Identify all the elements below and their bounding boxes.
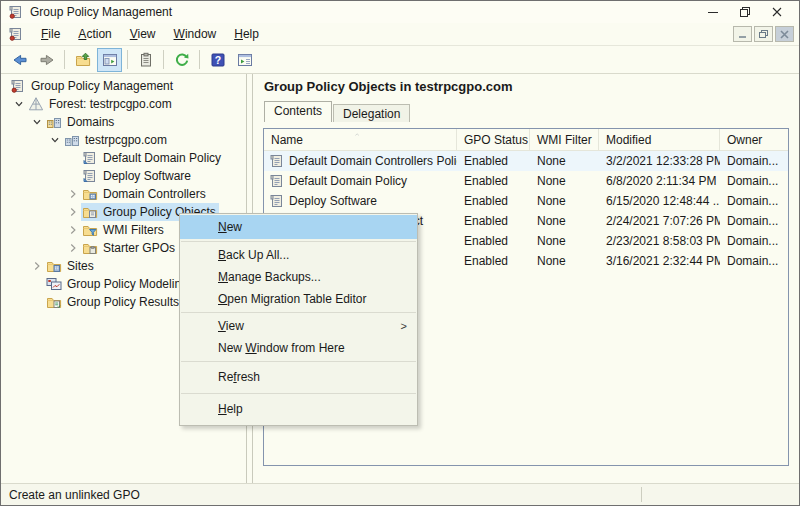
menu-separator xyxy=(181,361,416,362)
tree-item-label: Group Policy Results xyxy=(67,295,179,309)
mdi-minimize-button[interactable] xyxy=(733,26,752,42)
domain-icon xyxy=(64,132,80,148)
cell-owner: Domain... xyxy=(720,231,788,251)
svg-text:?: ? xyxy=(214,54,220,66)
mdi-close-button[interactable] xyxy=(775,26,794,42)
context-menu-item-refresh[interactable]: Refresh xyxy=(180,364,417,391)
mdi-restore-button[interactable] xyxy=(754,26,773,42)
chevron-down-icon[interactable] xyxy=(29,115,45,129)
context-menu-item-help[interactable]: Help xyxy=(180,396,417,423)
tree-item-label: Default Domain Policy xyxy=(103,151,221,165)
menu-view[interactable]: View xyxy=(121,24,165,44)
title-bar[interactable]: Group Policy Management xyxy=(1,1,799,23)
cell-modified: 3/2/2021 12:33:28 PM xyxy=(599,151,720,171)
tree-item-deploy-software[interactable]: Deploy Software xyxy=(1,167,246,185)
status-bar: Create an unlinked GPO xyxy=(1,483,799,505)
menu-window[interactable]: Window xyxy=(165,24,226,44)
tree-item-default-domain-policy[interactable]: Default Domain Policy xyxy=(1,149,246,167)
export-list-icon xyxy=(75,52,91,68)
context-menu-item-open-migration-table-editor[interactable]: Open Migration Table Editor xyxy=(180,288,417,310)
gpo-icon xyxy=(269,173,285,189)
folder-starter-icon xyxy=(82,240,98,256)
menu-help[interactable]: Help xyxy=(225,24,268,44)
chevron-down-icon[interactable] xyxy=(47,133,63,147)
new-window-icon xyxy=(237,52,253,68)
gpo-link-icon xyxy=(82,168,98,184)
status-text: Create an unlinked GPO xyxy=(9,488,140,502)
chevron-right-icon[interactable] xyxy=(29,259,45,273)
forward-arrow-button[interactable] xyxy=(34,48,59,72)
help-button[interactable]: ? xyxy=(205,48,230,72)
close-icon xyxy=(769,4,785,20)
cell-gpo-status: Enabled xyxy=(457,151,530,171)
status-bar-divider xyxy=(641,487,642,502)
tree-item-domain-controllers[interactable]: Domain Controllers xyxy=(1,185,246,203)
forward-arrow-icon xyxy=(39,52,55,68)
toolbar-separator xyxy=(163,50,164,69)
cell-wmi-filter: None xyxy=(530,151,599,171)
cell-owner: Domain... xyxy=(720,191,788,211)
tree-item-label: Domain Controllers xyxy=(103,187,206,201)
menu-action[interactable]: Action xyxy=(69,24,120,44)
toolbar-separator xyxy=(199,50,200,69)
menu-file[interactable]: File xyxy=(32,24,69,44)
cell-wmi-filter: None xyxy=(530,231,599,251)
chevron-down-icon[interactable] xyxy=(11,97,27,111)
refresh-button[interactable] xyxy=(169,48,194,72)
clipboard-icon xyxy=(138,52,154,68)
column-header-owner[interactable]: Owner xyxy=(720,129,788,150)
cell-wmi-filter: None xyxy=(530,251,599,271)
cell-owner: Domain... xyxy=(720,151,788,171)
cell-gpo-status: Enabled xyxy=(457,191,530,211)
folder-gpo-icon xyxy=(82,204,98,220)
chevron-right-icon[interactable] xyxy=(65,223,81,237)
column-header-wmi-filter[interactable]: WMI Filter xyxy=(530,129,599,150)
tree-item-testrpcgpo-com[interactable]: testrpcgpo.com xyxy=(1,131,246,149)
folder-sites-icon xyxy=(46,258,62,274)
cell-name: Deploy Software xyxy=(264,191,457,211)
tab-contents[interactable]: Contents xyxy=(264,101,332,122)
back-arrow-icon xyxy=(12,52,28,68)
tree-item-forest-testrpcgpo-com[interactable]: Forest: testrpcgpo.com xyxy=(1,95,246,113)
table-row[interactable]: Default Domain PolicyEnabledNone6/8/2020… xyxy=(264,171,788,191)
column-header-modified[interactable]: Modified xyxy=(599,129,720,150)
new-window-button[interactable] xyxy=(232,48,257,72)
gpo-icon xyxy=(269,153,285,169)
window-title: Group Policy Management xyxy=(30,5,697,19)
show-console-tree-button[interactable] xyxy=(97,48,122,72)
tree-item-label: Sites xyxy=(67,259,94,273)
context-menu-item-view[interactable]: View> xyxy=(180,315,417,337)
mdi-minimize-icon xyxy=(738,30,747,39)
gpmc-window: Group Policy Management FileActionViewWi… xyxy=(0,0,800,506)
context-menu-item-new[interactable]: New xyxy=(180,215,417,239)
chevron-right-icon[interactable] xyxy=(65,187,81,201)
minimize-button[interactable] xyxy=(697,2,729,23)
close-button[interactable] xyxy=(761,2,793,23)
back-arrow-button[interactable] xyxy=(7,48,32,72)
chevron-right-icon[interactable] xyxy=(65,205,81,219)
context-menu-item-new-window-from-here[interactable]: New Window from Here xyxy=(180,337,417,359)
column-header-gpo-status[interactable]: GPO Status xyxy=(457,129,530,150)
column-header-name[interactable]: Name xyxy=(264,129,457,150)
context-menu-item-back-up-all[interactable]: Back Up All... xyxy=(180,244,417,266)
restore-button[interactable] xyxy=(729,2,761,23)
table-row[interactable]: Deploy SoftwareEnabledNone6/15/2020 12:4… xyxy=(264,191,788,211)
tree-item-label: testrpcgpo.com xyxy=(85,133,167,147)
table-row[interactable]: Default Domain Controllers PolicyEnabled… xyxy=(264,151,788,171)
gpo-name: Default Domain Controllers Policy xyxy=(289,151,457,171)
cell-modified: 2/23/2021 8:58:03 PM xyxy=(599,231,720,251)
help-icon: ? xyxy=(210,52,226,68)
cell-owner: Domain... xyxy=(720,211,788,231)
mdi-restore-icon xyxy=(759,30,768,39)
chevron-right-icon[interactable] xyxy=(65,241,81,255)
tree-item-group-policy-management[interactable]: Group Policy Management xyxy=(1,77,246,95)
cell-owner: Domain... xyxy=(720,171,788,191)
gpmc-app-icon xyxy=(8,4,24,20)
toolbar-separator xyxy=(64,50,65,69)
export-list-button[interactable] xyxy=(70,48,95,72)
tab-delegation[interactable]: Delegation xyxy=(333,104,410,122)
context-menu-item-manage-backups[interactable]: Manage Backups... xyxy=(180,266,417,288)
tree-item-domains[interactable]: Domains xyxy=(1,113,246,131)
clipboard-button[interactable] xyxy=(133,48,158,72)
tree-item-label: WMI Filters xyxy=(103,223,164,237)
